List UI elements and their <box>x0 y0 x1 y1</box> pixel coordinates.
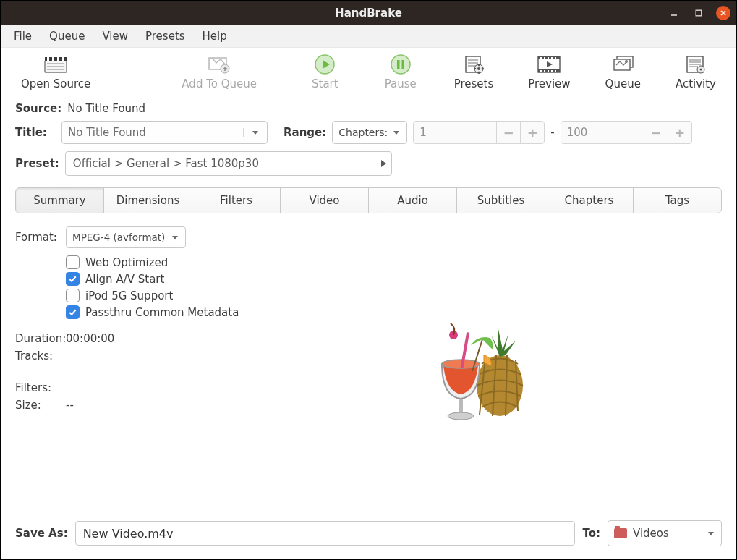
menu-file[interactable]: File <box>5 27 41 46</box>
tab-chapters[interactable]: Chapters <box>545 187 634 213</box>
tab-tags[interactable]: Tags <box>633 187 722 213</box>
svg-rect-37 <box>548 57 549 59</box>
range-end-decrement[interactable]: − <box>644 122 668 143</box>
preview-button[interactable]: Preview <box>515 52 583 92</box>
svg-point-63 <box>448 412 474 420</box>
add-to-queue-button[interactable]: Add To Queue <box>169 52 270 92</box>
handbrake-mascot-icon <box>420 313 536 429</box>
menu-queue[interactable]: Queue <box>41 27 93 46</box>
svg-marker-56 <box>252 131 258 135</box>
preview-icon <box>536 54 562 75</box>
preset-select[interactable]: Official > General > Fast 1080p30 <box>65 151 392 176</box>
svg-rect-28 <box>478 64 480 66</box>
ipod-5g-checkbox[interactable] <box>66 289 80 302</box>
svg-rect-43 <box>551 70 553 72</box>
range-mode-select[interactable]: Chapters: <box>332 121 407 144</box>
passthru-metadata-label: Passthru Common Metadata <box>85 306 239 319</box>
title-select-value: No Title Found <box>68 126 146 139</box>
pause-label: Pause <box>385 77 417 90</box>
svg-marker-57 <box>393 131 399 135</box>
chevron-down-icon <box>243 128 263 137</box>
open-source-label: Open Source <box>21 77 90 90</box>
app-window: HandBrake File Queue View Presets Help O… <box>0 0 737 560</box>
activity-button[interactable]: Activity <box>663 52 729 92</box>
tab-subtitles[interactable]: Subtitles <box>456 187 545 213</box>
svg-rect-8 <box>57 57 59 61</box>
svg-rect-7 <box>52 57 54 61</box>
start-label: Start <box>312 77 338 90</box>
queue-label: Queue <box>605 77 641 90</box>
presets-button[interactable]: Presets <box>441 52 507 92</box>
window-close-button[interactable] <box>716 6 730 20</box>
svg-rect-44 <box>555 70 556 72</box>
passthru-metadata-checkbox[interactable] <box>66 305 80 319</box>
window-minimize-button[interactable] <box>667 6 681 20</box>
tracks-label: Tracks: <box>15 349 66 362</box>
tab-dimensions[interactable]: Dimensions <box>103 187 192 213</box>
svg-rect-6 <box>47 57 49 61</box>
svg-rect-36 <box>544 57 545 59</box>
tab-audio[interactable]: Audio <box>368 187 457 213</box>
format-value: MPEG-4 (avformat) <box>72 232 165 243</box>
close-icon <box>719 9 728 17</box>
svg-rect-20 <box>397 60 400 69</box>
pause-button[interactable]: Pause <box>372 52 430 92</box>
maximize-icon <box>694 9 703 17</box>
presets-label: Presets <box>454 77 494 90</box>
svg-rect-31 <box>482 68 484 69</box>
queue-button[interactable]: Queue <box>592 52 654 92</box>
duration-value: 00:00:00 <box>66 332 114 345</box>
window-maximize-button[interactable] <box>691 6 706 20</box>
save-as-input[interactable] <box>75 521 576 546</box>
menu-presets[interactable]: Presets <box>137 27 194 46</box>
destination-select[interactable]: Videos <box>608 520 722 546</box>
window-title: HandBrake <box>335 7 402 20</box>
source-label: Source: <box>15 102 61 115</box>
svg-rect-40 <box>540 70 542 72</box>
range-start-spinner[interactable]: 1 − + <box>413 121 545 144</box>
web-optimized-checkbox[interactable] <box>66 255 80 269</box>
svg-point-27 <box>477 67 480 70</box>
tab-filters[interactable]: Filters <box>192 187 281 213</box>
activity-icon <box>683 54 709 75</box>
start-button[interactable]: Start <box>299 52 352 92</box>
format-select[interactable]: MPEG-4 (avformat) <box>66 226 186 248</box>
align-av-start-label: Align A/V Start <box>85 273 164 286</box>
title-select[interactable]: No Title Found <box>61 121 268 144</box>
range-end-spinner[interactable]: 100 − + <box>561 121 692 144</box>
svg-rect-39 <box>555 57 556 59</box>
check-icon <box>68 274 77 284</box>
tab-video[interactable]: Video <box>280 187 369 213</box>
content-area: Source: No Title Found Title: No Title F… <box>1 95 736 514</box>
size-label: Size: <box>15 399 66 412</box>
chevron-right-icon <box>380 159 387 168</box>
check-icon <box>68 307 77 317</box>
chevron-down-icon <box>171 233 179 242</box>
svg-rect-30 <box>474 68 476 69</box>
svg-marker-58 <box>381 160 386 167</box>
range-end-increment[interactable]: + <box>668 122 691 143</box>
svg-rect-42 <box>548 70 549 72</box>
menu-view[interactable]: View <box>93 27 137 46</box>
summary-panel: Format: MPEG-4 (avformat) Web Optimized … <box>15 226 722 512</box>
add-to-queue-label: Add To Queue <box>182 77 257 90</box>
film-clapper-icon <box>43 54 69 75</box>
tab-summary[interactable]: Summary <box>15 187 104 213</box>
size-value: -- <box>66 399 74 412</box>
range-dash: - <box>550 126 554 139</box>
align-av-start-checkbox[interactable] <box>66 272 80 286</box>
title-label: Title: <box>15 126 56 139</box>
range-mode-value: Chapters: <box>338 127 388 138</box>
minimize-icon <box>670 9 678 17</box>
titlebar: HandBrake <box>1 1 736 25</box>
open-source-button[interactable]: Open Source <box>8 52 103 92</box>
toolbar: Open Source Add To Queue Start Pause <box>1 48 736 95</box>
dest-label: To: <box>582 527 600 540</box>
range-start-decrement[interactable]: − <box>496 122 520 143</box>
range-start-increment[interactable]: + <box>520 122 544 143</box>
svg-point-19 <box>391 55 410 74</box>
save-as-label: Save As: <box>15 527 68 540</box>
range-label: Range: <box>284 126 326 139</box>
range-start-value: 1 <box>414 126 496 139</box>
menu-help[interactable]: Help <box>194 27 236 46</box>
